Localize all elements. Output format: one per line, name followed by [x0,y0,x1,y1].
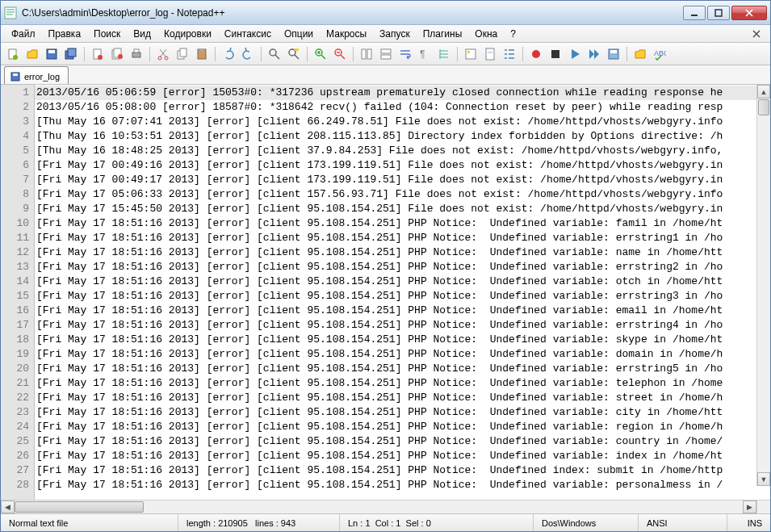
close-file-icon[interactable] [89,45,107,63]
text-line[interactable]: [Fri May 17 18:51:16 2013] [error] [clie… [35,420,770,434]
status-mode: INS [727,514,770,531]
replace-icon[interactable] [285,45,303,63]
doc-map-icon[interactable] [481,45,499,63]
svg-rect-24 [295,48,299,51]
sync-hscroll-icon[interactable] [377,45,395,63]
text-line[interactable]: [Fri May 17 18:51:16 2013] [error] [clie… [35,376,770,391]
copy-icon[interactable] [174,45,191,63]
menu-window[interactable]: Окна [469,27,503,41]
text-line[interactable]: [Fri May 17 18:51:16 2013] [error] [clie… [35,463,770,478]
text-editor[interactable]: 2013/05/16 05:06:59 [error] 15053#0: *31… [35,85,770,500]
wordwrap-icon[interactable] [396,45,414,63]
vertical-scrollbar[interactable]: ▲ ▼ [756,85,770,486]
menu-encoding[interactable]: Кодировки [158,27,217,41]
text-line[interactable]: [Fri May 17 18:51:16 2013] [error] [clie… [35,274,770,289]
text-line[interactable]: [Fri May 17 18:51:16 2013] [error] [clie… [35,318,770,333]
scroll-down-arrow-icon[interactable]: ▼ [757,472,770,486]
play-macro-icon[interactable] [566,45,584,63]
new-file-icon[interactable] [4,45,22,63]
text-line[interactable]: [Fri May 17 18:51:16 2013] [error] [clie… [35,405,770,420]
scrollbar-track[interactable] [15,501,743,513]
scroll-up-arrow-icon[interactable]: ▲ [757,85,770,98]
close-button[interactable] [731,6,767,20]
save-macro-icon[interactable] [605,45,622,63]
scrollbar-thumb[interactable] [15,501,144,513]
user-lang-icon[interactable] [462,45,480,63]
titlebar[interactable]: C:\Users\admin\Desktop\error_log - Notep… [1,1,770,25]
text-line[interactable]: [Fri May 17 18:51:16 2013] [error] [clie… [35,391,770,405]
text-line[interactable]: [Fri May 17 18:51:16 2013] [error] [clie… [35,231,770,245]
line-number: 14 [1,274,29,289]
text-line[interactable]: [Fri May 17 18:51:16 2013] [error] [clie… [35,362,770,376]
zoom-in-icon[interactable] [312,45,329,63]
line-number: 18 [1,333,29,347]
horizontal-scrollbar[interactable]: ◀ ▶ [1,500,770,513]
cut-icon[interactable] [154,45,172,63]
find-icon[interactable] [266,45,283,63]
menu-language[interactable]: Синтаксис [219,27,277,41]
function-list-icon[interactable] [501,45,518,63]
text-line[interactable]: 2013/05/16 05:08:00 [error] 18587#0: *31… [35,100,770,115]
maximize-button[interactable] [707,6,730,20]
play-multi-icon[interactable] [585,45,603,63]
menu-plugins[interactable]: Плагины [417,27,468,41]
redo-icon[interactable] [239,45,257,63]
zoom-out-icon[interactable] [331,45,349,63]
text-line[interactable]: [Fri May 17 18:51:16 2013] [error] [clie… [35,260,770,274]
line-number: 26 [1,449,29,463]
text-line[interactable]: 2013/05/16 05:06:59 [error] 15053#0: *31… [35,86,770,100]
text-line[interactable]: [Thu May 16 10:53:51 2013] [error] [clie… [35,129,770,144]
text-line[interactable]: [Fri May 17 00:49:16 2013] [error] [clie… [35,158,770,173]
sync-vscroll-icon[interactable] [358,45,375,63]
file-tab[interactable]: error_log [4,66,69,84]
text-line[interactable]: [Fri May 17 18:51:16 2013] [error] [clie… [35,289,770,304]
text-line[interactable]: [Fri May 17 05:06:33 2013] [error] [clie… [35,187,770,202]
text-line[interactable]: [Fri May 17 18:51:16 2013] [error] [clie… [35,216,770,231]
line-number: 21 [1,376,29,391]
folder-icon[interactable] [631,45,649,63]
text-line[interactable]: [Fri May 17 15:45:50 2013] [error] [clie… [35,202,770,216]
open-file-icon[interactable] [23,45,41,63]
menu-run[interactable]: Запуск [374,27,416,41]
text-line[interactable]: [Fri May 17 18:51:16 2013] [error] [clie… [35,347,770,362]
menu-settings[interactable]: Опции [279,27,319,41]
text-line[interactable]: [Fri May 17 18:51:16 2013] [error] [clie… [35,333,770,347]
svg-rect-14 [132,52,140,57]
line-number: 1 [1,86,29,100]
text-line[interactable]: [Fri May 17 18:51:16 2013] [error] [clie… [35,304,770,318]
scroll-right-arrow-icon[interactable]: ▶ [743,501,756,513]
paste-icon[interactable] [193,45,211,63]
line-number: 17 [1,318,29,333]
menu-file[interactable]: Файл [6,27,41,41]
minimize-button[interactable] [683,6,706,20]
scroll-left-arrow-icon[interactable]: ◀ [1,501,15,513]
text-line[interactable]: [Fri May 17 18:51:16 2013] [error] [clie… [35,478,770,492]
window-x-icon[interactable] [748,25,765,43]
indent-guide-icon[interactable] [435,45,453,63]
text-line[interactable]: [Fri May 17 18:51:16 2013] [error] [clie… [35,449,770,463]
stop-macro-icon[interactable] [547,45,564,63]
menu-edit[interactable]: Правка [43,27,87,41]
scrollbar-thumb[interactable] [758,99,769,115]
text-line[interactable]: [Fri May 17 00:49:17 2013] [error] [clie… [35,173,770,187]
text-line[interactable]: [Thu May 16 07:07:41 2013] [error] [clie… [35,115,770,129]
undo-icon[interactable] [220,45,237,63]
menu-search[interactable]: Поиск [88,27,126,41]
text-line[interactable]: [Fri May 17 18:51:16 2013] [error] [clie… [35,434,770,449]
text-line[interactable]: [Thu May 16 18:48:25 2013] [error] [clie… [35,144,770,158]
line-number: 3 [1,115,29,129]
save-all-icon[interactable] [62,45,80,63]
menu-help[interactable]: ? [505,27,522,41]
show-all-chars-icon[interactable]: ¶ [416,45,434,63]
record-macro-icon[interactable] [527,45,545,63]
menu-view[interactable]: Вид [128,27,157,41]
text-line[interactable]: [Fri May 17 18:51:16 2013] [error] [clie… [35,245,770,260]
svg-rect-21 [199,48,204,51]
print-icon[interactable] [128,45,145,63]
toolbar-separator [215,47,216,61]
tabbar: error_log [1,65,770,85]
save-icon[interactable] [43,45,61,63]
spellcheck-icon[interactable]: ABC [651,45,668,63]
close-all-icon[interactable] [108,45,126,63]
menu-macro[interactable]: Макросы [321,27,372,41]
